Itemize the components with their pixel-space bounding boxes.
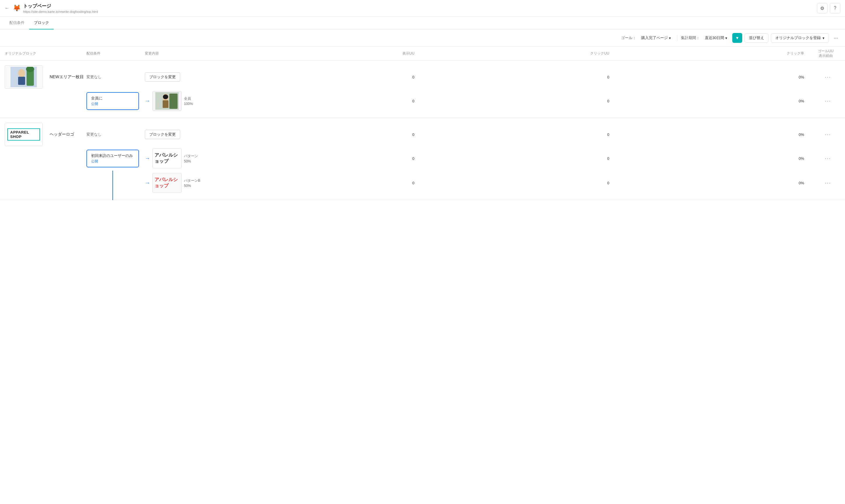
period-chevron-icon: ▾ (725, 36, 727, 40)
divider (677, 35, 677, 41)
preview-text-2-2: アパレルショップ (154, 177, 179, 189)
top-bar-info: トップページ https://site-demo.karte.io/rewrit… (23, 3, 817, 14)
change-block-button-2[interactable]: ブロックを変更 (145, 130, 180, 139)
variant2-1-more-button[interactable]: ··· (823, 154, 833, 163)
toolbar: ゴール： 購入完了ページ ▾ 集計期間： 直近30日間 ▾ ▼ 並び替え オリジ… (0, 30, 845, 47)
tab-distribution[interactable]: 配信条件 (5, 17, 29, 30)
svg-rect-9 (169, 94, 177, 109)
display-uu-2: 0 (227, 132, 421, 137)
col-original-block: オリジナルブロック (5, 49, 86, 58)
block-row-1-header: NEWエリア一枚目 変更なし ブロックを変更 0 0 0% ··· (5, 65, 840, 89)
preview-thumb-2-2: アパレルショップ (152, 173, 182, 193)
register-label: オリジナルブロックを登録 (775, 35, 821, 40)
block-condition-1: 変更なし (86, 74, 145, 79)
preview-image-1-1 (155, 92, 179, 110)
svg-point-8 (163, 94, 168, 99)
preview-cell-1-1: → 全員 100% (145, 91, 227, 111)
condition-status-1-1: 公開 (91, 102, 134, 106)
goal-chevron-icon: ▾ (669, 36, 671, 40)
table-header: オリジナルブロック 配信条件 変更内容 表示UU クリックUU クリック率 ゴー… (0, 47, 845, 61)
period-select[interactable]: 直近30日間 ▾ (702, 34, 730, 42)
click-uu-2: 0 (421, 132, 616, 137)
goal-select[interactable]: 購入完了ページ ▾ (639, 34, 674, 42)
condition-title-2-1: 初回来訪のユーザーのみ (91, 153, 134, 158)
svg-rect-2 (18, 77, 25, 85)
row2-more-button[interactable]: ··· (823, 130, 833, 139)
block-row-1: NEWエリア一枚目 変更なし ブロックを変更 0 0 0% ··· 全員に 公開 (0, 61, 845, 118)
v1-click-uu: 0 (421, 99, 616, 103)
goal-label: ゴール： (621, 35, 636, 40)
change-block-button-1[interactable]: ブロックを変更 (145, 72, 180, 82)
page-url: https://site-demo.karte.io/rewrite-dogfo… (23, 10, 817, 14)
preview-text-2-1: アパレルショップ (154, 152, 179, 164)
v2-1-click-uu: 0 (421, 156, 616, 161)
block-name-2: ヘッダーロゴ (46, 132, 74, 137)
block-change-1: ブロックを変更 (145, 72, 227, 82)
more-button[interactable]: ··· (831, 34, 840, 42)
col-change: 変更内容 (145, 49, 227, 58)
top-bar-actions: ⚙ ? (817, 3, 840, 14)
col-distribution: 配信条件 (86, 49, 145, 58)
v2-1-goal-uu: ··· (811, 154, 840, 163)
display-uu-1: 0 (227, 75, 421, 79)
sort-button[interactable]: 並び替え (744, 33, 769, 42)
goal-value: 購入完了ページ (641, 35, 668, 40)
gear-icon: ⚙ (820, 5, 824, 11)
condition-title-1-1: 全員に (91, 96, 134, 101)
preview-percent-1-1: 100% (184, 102, 193, 106)
period-value: 直近30日間 (705, 35, 724, 40)
variant1-1-more-button[interactable]: ··· (823, 97, 833, 105)
filter-icon: ▼ (735, 36, 739, 40)
preview-info-1-1: 全員 100% (184, 96, 193, 106)
preview-info-2-1: パターン 50% (184, 154, 198, 163)
block-thumb-name-2: APPAREL SHOP ヘッダーロゴ (5, 123, 86, 146)
register-chevron-icon: ▾ (823, 36, 825, 40)
tab-block[interactable]: ブロック (29, 17, 54, 30)
condition-box-cell-1-1: 全員に 公開 (86, 92, 145, 110)
page-icon: 🦊 (13, 4, 21, 12)
apparel-shop-logo: APPAREL SHOP (7, 128, 40, 141)
preview-percent-2-1: 50% (184, 159, 198, 163)
filter-button[interactable]: ▼ (732, 33, 742, 43)
top-bar: ← 🦊 トップページ https://site-demo.karte.io/re… (0, 0, 845, 17)
help-button[interactable]: ? (830, 3, 840, 14)
variant-row-1-1: 全員に 公開 → 全員 100% 0 0 0% (5, 89, 840, 113)
register-block-button[interactable]: オリジナルブロックを登録 ▾ (771, 33, 829, 42)
arrow-icon-2-2: → (145, 180, 150, 186)
preview-label-2-2: パターンB (184, 178, 200, 183)
v2-1-display-uu: 0 (227, 156, 421, 161)
arrow-icon-1-1: → (145, 98, 150, 104)
v1-display-uu: 0 (227, 99, 421, 103)
v1-click-rate: 0% (616, 99, 811, 103)
preview-label-2-1: パターン (184, 154, 198, 159)
vertical-connector (113, 170, 113, 200)
preview-cell-2-2: → アパレルショップ パターンB 50% (145, 173, 227, 193)
block-change-2: ブロックを変更 (145, 130, 227, 139)
block-thumbnail-1 (5, 65, 42, 89)
variant-row-2-1: 初回来訪のユーザーのみ 公開 → アパレルショップ パターン 50% 0 0 0… (5, 146, 840, 170)
click-rate-1: 0% (616, 75, 811, 79)
more-icon: ··· (833, 35, 838, 41)
v1-goal-uu: ··· (811, 97, 840, 105)
variant-row-2-2: → アパレルショップ パターンB 50% 0 0 0% ··· (5, 170, 840, 195)
v2-2-click-rate: 0% (616, 181, 811, 185)
block-condition-2: 変更なし (86, 132, 145, 137)
preview-percent-2-2: 50% (184, 184, 200, 188)
variant2-2-more-button[interactable]: ··· (823, 179, 833, 187)
v2-2-goal-uu: ··· (811, 179, 840, 187)
block-thumbnail-2: APPAREL SHOP (5, 123, 42, 146)
col-display-uu: 表示UU (227, 49, 421, 58)
col-click-uu: クリックUU (421, 49, 616, 58)
block-row-2-header: APPAREL SHOP ヘッダーロゴ 変更なし ブロックを変更 0 0 0% … (5, 123, 840, 146)
back-button[interactable]: ← (5, 5, 9, 11)
click-rate-2: 0% (616, 132, 811, 137)
svg-rect-3 (27, 70, 34, 86)
condition-box-2-1: 初回来訪のユーザーのみ 公開 (86, 150, 139, 167)
v2-2-display-uu: 0 (227, 181, 421, 185)
svg-point-1 (18, 69, 25, 77)
row1-more-button[interactable]: ··· (823, 73, 833, 82)
help-icon: ? (834, 5, 837, 11)
block-row-2: APPAREL SHOP ヘッダーロゴ 変更なし ブロックを変更 0 0 0% … (0, 118, 845, 200)
thumbnail-image-1 (11, 67, 37, 87)
settings-button[interactable]: ⚙ (817, 3, 827, 14)
